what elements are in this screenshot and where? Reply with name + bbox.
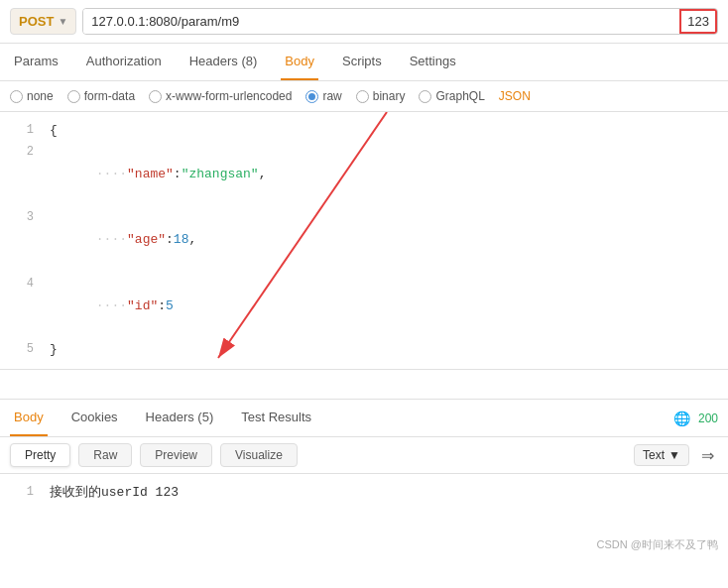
response-tab-cookies[interactable]: Cookies <box>67 400 122 436</box>
radio-raw-label: raw <box>322 89 341 103</box>
code-line-3: 3 ····"age":18, <box>0 207 728 273</box>
chevron-icon: ▼ <box>58 16 67 27</box>
method-select[interactable]: POST ▼ <box>10 8 76 35</box>
watermark: CSDN @时间来不及了鸭 <box>0 533 728 556</box>
radio-raw[interactable]: raw <box>305 89 341 103</box>
code-line-2: 2 ····"name":"zhangsan", <box>0 142 728 207</box>
json-label: JSON <box>499 89 531 103</box>
response-tab-body[interactable]: Body <box>10 400 48 436</box>
spacer <box>0 370 728 400</box>
response-body: 1 接收到的userId 123 <box>0 474 728 533</box>
line-num-1: 1 <box>10 120 34 140</box>
response-right: 🌐 200 <box>673 411 718 426</box>
radio-graphql[interactable]: GraphQL <box>419 89 484 103</box>
tab-scripts[interactable]: Scripts <box>338 44 386 80</box>
text-format-label: Text <box>643 448 665 462</box>
subtab-preview[interactable]: Preview <box>140 443 212 467</box>
status-badge: 200 <box>698 412 718 425</box>
response-tabs: Body Cookies Headers (5) Test Results 🌐 … <box>0 400 728 437</box>
code-content-4: ····"id":5 <box>50 274 174 339</box>
line-num-2: 2 <box>10 142 34 162</box>
tab-body[interactable]: Body <box>281 44 318 80</box>
radio-binary[interactable]: binary <box>356 89 406 103</box>
radio-urlencoded[interactable]: x-www-form-urlencoded <box>149 89 292 103</box>
response-subtabs: Pretty Raw Preview Visualize Text ▼ ⇒ <box>0 437 728 474</box>
radio-form-data[interactable]: form-data <box>67 89 135 103</box>
response-line-1: 1 接收到的userId 123 <box>0 482 728 504</box>
wrap-icon[interactable]: ⇒ <box>697 444 718 467</box>
response-line-num-1: 1 <box>10 482 34 502</box>
code-content-2: ····"name":"zhangsan", <box>50 142 266 207</box>
radio-circle-none <box>10 90 23 103</box>
url-input[interactable] <box>83 9 679 34</box>
response-tab-test-results[interactable]: Test Results <box>237 400 315 436</box>
subtab-visualize[interactable]: Visualize <box>220 443 298 467</box>
subtab-pretty[interactable]: Pretty <box>10 443 70 467</box>
code-content-3: ····"age":18, <box>50 207 196 273</box>
radio-none-label: none <box>27 89 54 103</box>
radio-binary-label: binary <box>373 89 406 103</box>
tab-authorization[interactable]: Authorization <box>82 44 166 80</box>
method-label: POST <box>19 14 54 29</box>
globe-icon: 🌐 <box>673 411 690 426</box>
code-line-5: 5 } <box>0 339 728 361</box>
url-input-wrapper: 123 <box>82 8 718 35</box>
code-line-1: 1 { <box>0 120 728 142</box>
radio-circle-urlencoded <box>149 90 162 103</box>
radio-none[interactable]: none <box>10 89 54 103</box>
watermark-text: CSDN @时间来不及了鸭 <box>597 538 718 550</box>
body-type-row: none form-data x-www-form-urlencoded raw… <box>0 81 728 112</box>
radio-graphql-label: GraphQL <box>435 89 484 103</box>
code-content-5: } <box>50 339 58 361</box>
code-line-4: 4 ····"id":5 <box>0 274 728 339</box>
response-body-content: 接收到的userId 123 <box>50 482 179 504</box>
radio-circle-form-data <box>67 90 80 103</box>
radio-form-data-label: form-data <box>84 89 135 103</box>
subtab-raw[interactable]: Raw <box>78 443 132 467</box>
line-num-5: 5 <box>10 339 34 359</box>
radio-circle-raw <box>305 90 318 103</box>
code-editor[interactable]: 1 { 2 ····"name":"zhangsan", 3 ····"age"… <box>0 112 728 370</box>
nav-tabs: Params Authorization Headers (8) Body Sc… <box>0 44 728 81</box>
code-content-1: { <box>50 120 58 142</box>
url-bar: POST ▼ 123 <box>0 0 728 44</box>
tab-headers[interactable]: Headers (8) <box>185 44 262 80</box>
response-tab-headers[interactable]: Headers (5) <box>142 400 218 436</box>
tab-settings[interactable]: Settings <box>406 44 460 80</box>
tab-params[interactable]: Params <box>10 44 62 80</box>
url-highlight: 123 <box>679 9 717 34</box>
line-num-3: 3 <box>10 207 34 227</box>
radio-urlencoded-label: x-www-form-urlencoded <box>166 89 292 103</box>
text-format-chevron: ▼ <box>668 448 680 462</box>
radio-circle-binary <box>356 90 369 103</box>
text-format-select[interactable]: Text ▼ <box>634 444 689 466</box>
line-num-4: 4 <box>10 274 34 294</box>
radio-circle-graphql <box>419 90 431 103</box>
